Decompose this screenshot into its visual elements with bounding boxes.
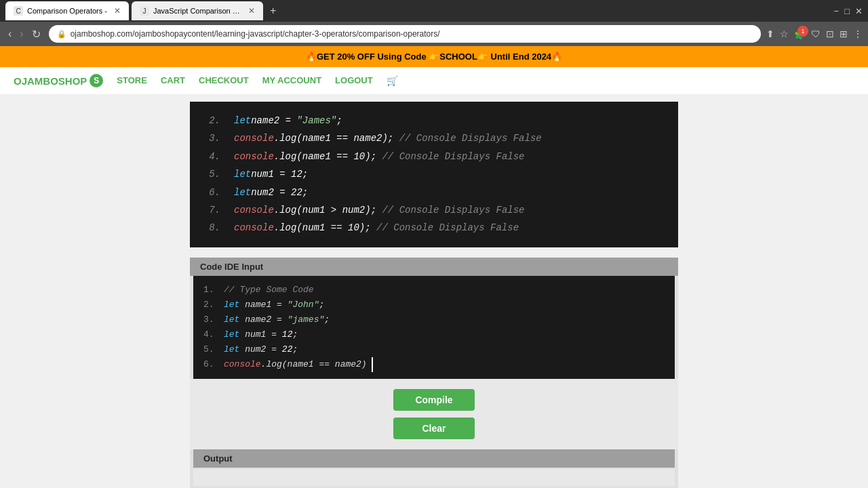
extension-icon[interactable]: 🧩1 bbox=[794, 28, 806, 39]
minimize-button[interactable]: − bbox=[834, 6, 840, 16]
forward-button[interactable]: › bbox=[17, 26, 26, 41]
cart-icon[interactable]: 🛒 bbox=[387, 75, 398, 86]
ide-line-1: 1. // Type Some Code bbox=[203, 283, 665, 298]
share-icon[interactable]: ⬆ bbox=[766, 28, 774, 39]
nav-store[interactable]: STORE bbox=[117, 75, 147, 86]
nav-logout[interactable]: LOGOUT bbox=[335, 75, 373, 86]
tab-favicon-2: J bbox=[140, 6, 149, 16]
ide-header: Code IDE Input bbox=[190, 258, 678, 276]
output-content bbox=[193, 469, 675, 486]
refresh-button[interactable]: ↻ bbox=[29, 26, 43, 42]
close-window-button[interactable]: ✕ bbox=[855, 6, 863, 16]
site-logo[interactable]: OJAMBOSHOP S bbox=[14, 74, 103, 87]
nav-checkout[interactable]: CHECKOUT bbox=[199, 75, 249, 86]
tab-2[interactable]: J JavaScript Comparison Operat... ✕ bbox=[132, 1, 263, 20]
ide-line-5: 5. let num2 = 22 ; bbox=[203, 342, 665, 357]
ide-editor[interactable]: 1. // Type Some Code 2. let name1 = "Joh… bbox=[193, 276, 675, 380]
code-line-6: 6. let num2 = 22 ; bbox=[203, 184, 665, 201]
output-header: Output bbox=[193, 449, 675, 468]
url-text: ojamboshop.com/ojamboshopaycontent/learn… bbox=[71, 29, 440, 39]
code-display: 2. let name2 = "James" ; 3. console .log… bbox=[190, 102, 678, 247]
logo-text: OJAMBOSHOP bbox=[14, 75, 87, 87]
code-line-7: 7. console .log(num1 > num2); // Console… bbox=[203, 201, 665, 219]
site-nav: OJAMBOSHOP S STORE CART CHECKOUT MY ACCO… bbox=[0, 67, 868, 95]
tab-favicon-1: C bbox=[14, 6, 23, 16]
output-section: Output bbox=[190, 449, 678, 488]
compile-button[interactable]: Compile bbox=[393, 389, 475, 411]
ide-line-2: 2. let name1 = "John" ; bbox=[203, 298, 665, 312]
code-line-2: 2. let name2 = "James" ; bbox=[203, 112, 665, 129]
title-bar: C Comparison Operators - ✕ J JavaScript … bbox=[0, 0, 868, 22]
shield-icon[interactable]: 🛡 bbox=[811, 28, 821, 39]
promo-banner: 🔥GET 20% OFF Using Code 👉SCHOOL👉 Until E… bbox=[0, 46, 868, 67]
nav-myaccount[interactable]: MY ACCOUNT bbox=[262, 75, 321, 86]
nav-cart[interactable]: CART bbox=[161, 75, 185, 86]
ide-section: Code IDE Input 1. // Type Some Code 2. l… bbox=[190, 258, 678, 488]
menu-icon[interactable]: ⋮ bbox=[853, 28, 863, 39]
ide-header-text: Code IDE Input bbox=[200, 262, 263, 272]
ide-line-4: 4. let num1 = 12 ; bbox=[203, 327, 665, 342]
url-bar[interactable]: 🔒 ojamboshop.com/ojamboshopaycontent/lea… bbox=[49, 25, 761, 43]
maximize-button[interactable]: □ bbox=[844, 6, 850, 16]
new-tab-button[interactable]: + bbox=[266, 5, 280, 17]
reader-icon[interactable]: ⊡ bbox=[826, 28, 834, 39]
ide-line-6: 6. console .log(name1 == name2) bbox=[203, 357, 665, 372]
tab-close-1[interactable]: ✕ bbox=[114, 6, 121, 16]
code-line-8: 8. console .log(num1 == 10); // Console … bbox=[203, 219, 665, 237]
address-bar: ‹ › ↻ 🔒 ojamboshop.com/ojamboshopayconte… bbox=[0, 22, 868, 46]
code-line-5: 5. let num1 = 12 ; bbox=[203, 165, 665, 183]
promo-text: 🔥GET 20% OFF Using Code 👉SCHOOL👉 Until E… bbox=[306, 52, 562, 62]
ide-buttons: Compile Clear bbox=[190, 379, 678, 449]
tab-1[interactable]: C Comparison Operators - ✕ bbox=[5, 1, 129, 20]
back-button[interactable]: ‹ bbox=[5, 26, 14, 41]
tab-title-2: JavaScript Comparison Operat... bbox=[153, 7, 241, 15]
tab-title-1: Comparison Operators - bbox=[27, 7, 107, 15]
tab-close-2[interactable]: ✕ bbox=[248, 6, 255, 16]
extensions-icon[interactable]: ⊞ bbox=[840, 28, 848, 39]
code-line-3: 3. console .log(name1 == name2); // Cons… bbox=[203, 129, 665, 147]
nav-links: STORE CART CHECKOUT MY ACCOUNT LOGOUT 🛒 bbox=[117, 75, 397, 86]
bookmark-icon[interactable]: ☆ bbox=[780, 28, 789, 39]
clear-button[interactable]: Clear bbox=[393, 418, 475, 439]
output-header-text: Output bbox=[203, 453, 233, 464]
logo-s-icon: S bbox=[90, 74, 103, 87]
code-line-4: 4. console .log(name1 == 10); // Console… bbox=[203, 148, 665, 165]
ide-line-3: 3. let name2 = "james" ; bbox=[203, 312, 665, 327]
lock-icon: 🔒 bbox=[57, 30, 66, 39]
